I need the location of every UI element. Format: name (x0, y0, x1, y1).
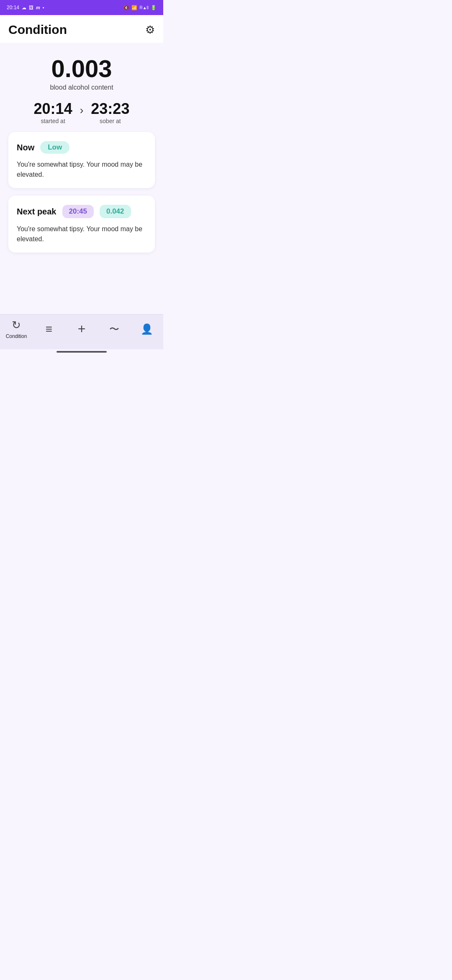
main-content: 0.003 blood alcohol content 20:14 starte… (0, 43, 163, 314)
bac-value: 0.003 (50, 55, 113, 82)
started-time: 20:14 (34, 101, 72, 117)
peak-time-badge: 20:45 (62, 205, 94, 218)
sober-label: sober at (91, 118, 129, 124)
home-indicator (0, 349, 163, 353)
low-badge: Low (40, 141, 69, 154)
mute-icon: 🔇 (123, 5, 129, 10)
status-right: 🔇 📶 R▲ll 🔋 (123, 5, 157, 10)
condition-icon: ↻ (12, 319, 21, 332)
next-peak-card: Next peak 20:45 0.042 You're somewhat ti… (8, 196, 155, 253)
bac-section: 0.003 blood alcohol content (50, 55, 113, 91)
nav-condition[interactable]: ↻ Condition (4, 319, 29, 339)
nav-profile[interactable]: 👤 (134, 323, 159, 335)
m-icon: m (36, 5, 40, 10)
menu-icon: ≡ (46, 324, 52, 334)
status-time: 20:14 (7, 5, 19, 10)
nav-chart[interactable]: 〜 (102, 322, 127, 336)
app-header: Condition ⚙ (0, 15, 163, 43)
chart-icon: 〜 (109, 322, 119, 336)
now-card-description: You're somewhat tipsy. Your mood may be … (17, 160, 146, 180)
peak-bac-badge: 0.042 (100, 205, 131, 218)
now-card-title: Now (17, 143, 34, 152)
bottom-nav: ↻ Condition ≡ + 〜 👤 (0, 314, 163, 349)
signal-icon: R▲ll (139, 5, 149, 10)
now-card-header: Now Low (17, 141, 146, 154)
condition-nav-label: Condition (6, 333, 27, 339)
dot-icon: • (43, 5, 44, 10)
home-bar (56, 351, 107, 353)
settings-button[interactable]: ⚙ (145, 23, 155, 36)
battery-icon: 🔋 (151, 5, 157, 10)
profile-icon: 👤 (141, 323, 153, 335)
next-peak-title: Next peak (17, 207, 56, 217)
page-title: Condition (8, 23, 67, 37)
started-time-block: 20:14 started at (34, 101, 72, 125)
nav-add[interactable]: + (69, 321, 94, 337)
time-row: 20:14 started at › 23:23 sober at (8, 101, 155, 125)
next-peak-card-header: Next peak 20:45 0.042 (17, 205, 146, 218)
started-label: started at (34, 118, 72, 124)
add-icon: + (78, 321, 86, 337)
cloud-icon: ☁ (22, 5, 26, 10)
sober-time-block: 23:23 sober at (91, 101, 129, 125)
next-peak-description: You're somewhat tipsy. Your mood may be … (17, 224, 146, 244)
sober-time: 23:23 (91, 101, 129, 117)
wifi-icon: 📶 (131, 5, 137, 10)
now-card: Now Low You're somewhat tipsy. Your mood… (8, 132, 155, 188)
nav-menu[interactable]: ≡ (36, 324, 62, 334)
status-bar: 20:14 ☁ 🖼 m • 🔇 📶 R▲ll 🔋 (0, 0, 163, 15)
arrow-icon: › (80, 104, 84, 117)
status-left: 20:14 ☁ 🖼 m • (7, 5, 44, 10)
image-icon: 🖼 (29, 5, 33, 10)
bac-label: blood alcohol content (50, 84, 113, 91)
